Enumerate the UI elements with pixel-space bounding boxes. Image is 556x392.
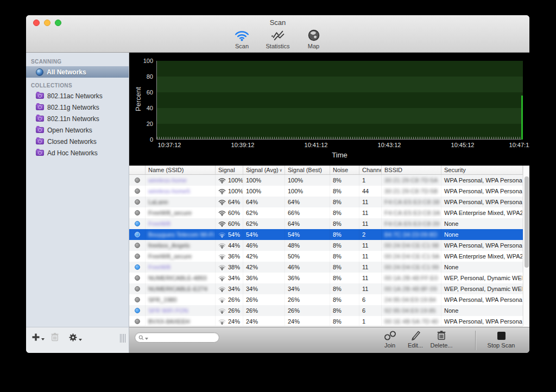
sidebar-item-open-networks[interactable]: Open Networks bbox=[26, 124, 129, 136]
network-row[interactable]: FreeWifi 38%42%46%8%1100:24:D4:CE:C1:99N… bbox=[129, 262, 523, 273]
splitter-grip[interactable] bbox=[120, 334, 125, 343]
cell-name: LaLann bbox=[146, 197, 216, 207]
toolbar-map-button[interactable]: Map bbox=[299, 28, 329, 49]
bssid-text-redacted: 30:21:29:C8:7D:5B bbox=[384, 188, 438, 194]
cell-security: None bbox=[441, 305, 523, 316]
network-row[interactable]: FreeWifi_secure 60%62%66%8%11F4:CA:E5:E3… bbox=[129, 207, 523, 218]
column-header-signal_avg[interactable]: Signal (Avg)∨ bbox=[243, 166, 285, 174]
remove-collection-button[interactable] bbox=[51, 333, 59, 342]
cell-signal-avg: 34% bbox=[243, 283, 285, 294]
network-row[interactable]: wireless-home 100%100%100%8%130:21:29:C8… bbox=[129, 175, 523, 186]
status-dot bbox=[135, 199, 140, 205]
cell-signal-best: 64% bbox=[285, 197, 330, 207]
sidebar-item-802-11ac-networks[interactable]: 802.11ac Networks bbox=[26, 90, 129, 102]
network-row[interactable]: SFR WiFi FON 26%26%26%8%692:95:04:E9:19:… bbox=[129, 305, 523, 316]
main-pane: Percent Time 10080604020010:37:1210:39:1… bbox=[129, 53, 529, 332]
cell-noise: 8% bbox=[330, 294, 359, 305]
cell-signal-avg: 54% bbox=[243, 229, 285, 240]
sidebar-item-802-11g-networks[interactable]: 802.11g Networks bbox=[26, 102, 129, 113]
add-collection-button[interactable] bbox=[31, 333, 45, 342]
cell-security: None bbox=[441, 262, 523, 273]
ssid-text-redacted: FreeWifi_secure bbox=[148, 210, 192, 216]
sidebar-item-all-networks[interactable]: All Networks bbox=[26, 66, 129, 78]
bssid-text-redacted: 00:1A:2B:48:8F:09 bbox=[384, 286, 437, 292]
network-row[interactable]: Bouygues Telecom Wi-Fi 54%54%54%8%284:7C… bbox=[129, 229, 523, 240]
cell-status bbox=[129, 273, 146, 283]
gear-caret-icon bbox=[79, 339, 82, 341]
cell-signal-best: 64% bbox=[285, 218, 330, 229]
cell-bssid: 92:95:04:E9:19:85 bbox=[382, 305, 441, 316]
column-header-channel[interactable]: Channel bbox=[359, 166, 382, 174]
cell-signal: 60% bbox=[216, 218, 243, 229]
column-header-noise[interactable]: Noise bbox=[330, 166, 359, 174]
cell-signal-best: 54% bbox=[285, 229, 330, 240]
network-row[interactable]: NUMERICABLE-E274 34%34%34%8%1100:1A:2B:4… bbox=[129, 283, 523, 294]
cell-name: NUMERICABLE-4893 bbox=[146, 273, 216, 283]
bottom-toolbar: Join Edit... bbox=[129, 327, 529, 353]
cell-security: WPA Personal, WPA Personal bbox=[441, 175, 523, 186]
cell-signal-avg: 42% bbox=[243, 251, 285, 262]
sidebar-item-label: Open Networks bbox=[47, 127, 92, 134]
sidebar-item-802-11n-networks[interactable]: 802.11n Networks bbox=[26, 113, 129, 124]
network-table-rows: wireless-home 100%100%100%8%130:21:29:C8… bbox=[129, 175, 523, 326]
bssid-text-redacted: 24:95:04:E9:19:84 bbox=[384, 296, 436, 303]
chart-series-spike bbox=[521, 96, 523, 140]
cell-name: wireless-home bbox=[146, 175, 216, 186]
cell-bssid: 84:7C:34:23:09:8D bbox=[382, 229, 441, 240]
network-row[interactable]: LaLann 64%64%64%8%11F4:CA:E5:E3:C8:38WPA… bbox=[129, 197, 523, 207]
toolbar-statistics-button[interactable]: Statistics bbox=[263, 28, 293, 49]
cell-channel: 11 bbox=[359, 207, 382, 218]
network-row[interactable]: wireless-home5 100%100%100%8%4430:21:29:… bbox=[129, 186, 523, 197]
sidebar-item-closed-networks[interactable]: Closed Networks bbox=[26, 136, 129, 147]
toolbar-scan-button[interactable]: Scan bbox=[227, 28, 257, 49]
sidebar-item-ad-hoc-networks[interactable]: Ad Hoc Networks bbox=[26, 147, 129, 159]
window-title: Scan bbox=[26, 18, 529, 27]
cell-channel: 11 bbox=[359, 262, 382, 273]
search-field[interactable] bbox=[135, 332, 219, 343]
bssid-text-redacted: 84:7C:34:23:09:8D bbox=[384, 231, 437, 238]
stop-scan-button[interactable]: Stop Scan bbox=[486, 330, 516, 349]
cell-signal-avg: 64% bbox=[243, 197, 285, 207]
vertical-scrollbar[interactable] bbox=[523, 166, 529, 326]
cell-signal-best: 100% bbox=[285, 175, 330, 186]
delete-button[interactable]: Delete... bbox=[426, 330, 457, 349]
network-row[interactable]: freebox_Angels 44%46%48%8%1100:24:D4:CE:… bbox=[129, 240, 523, 251]
chart-y-tick: 40 bbox=[132, 105, 153, 111]
cell-channel: 11 bbox=[359, 273, 382, 283]
cell-channel: 6 bbox=[359, 294, 382, 305]
search-input[interactable] bbox=[150, 334, 216, 341]
cell-channel: 11 bbox=[359, 197, 382, 207]
action-gear-button[interactable] bbox=[68, 333, 82, 342]
statistics-icon bbox=[271, 28, 285, 41]
network-row[interactable]: FreeWifi 60%62%64%8%11F4:CA:E5:E3:C8:39N… bbox=[129, 218, 523, 229]
status-dot bbox=[135, 308, 140, 313]
cell-status bbox=[129, 316, 146, 326]
network-row[interactable]: FreeWifi_secure 36%42%50%8%1100:24:D4:CE… bbox=[129, 251, 523, 262]
column-header-status[interactable] bbox=[129, 166, 146, 174]
network-row[interactable]: NUMERICABLE-4893 34%36%36%8%1100:1A:2B:4… bbox=[129, 273, 523, 283]
network-row[interactable]: SFR_1980 26%26%26%8%624:95:04:E9:19:84WP… bbox=[129, 294, 523, 305]
column-header-signal_best[interactable]: Signal (Best) bbox=[285, 166, 330, 174]
vertical-scrollbar-thumb[interactable] bbox=[525, 176, 529, 268]
toolbar-separator bbox=[475, 331, 476, 350]
cell-status bbox=[129, 262, 146, 273]
cell-security: WPA Personal, WPA Personal bbox=[441, 294, 523, 305]
cell-signal: 60% bbox=[216, 207, 243, 218]
column-header-name[interactable]: Name (SSID) bbox=[146, 166, 216, 174]
status-dot bbox=[135, 297, 140, 302]
cell-status bbox=[129, 294, 146, 305]
cell-status bbox=[129, 240, 146, 251]
column-header-security[interactable]: Security bbox=[441, 166, 523, 174]
sidebar-item-label: All Networks bbox=[47, 68, 86, 76]
cell-status bbox=[129, 186, 146, 197]
cell-noise: 8% bbox=[330, 283, 359, 294]
cell-name: BVXX-8AXEEH bbox=[146, 316, 216, 326]
cell-name: FreeWifi bbox=[146, 262, 216, 273]
cell-bssid: 00:1E:4B:5A:7D:40 bbox=[382, 316, 441, 326]
sidebar-item-label: 802.11ac Networks bbox=[47, 92, 103, 100]
column-header-signal[interactable]: Signal bbox=[216, 166, 243, 174]
cell-channel: 11 bbox=[359, 283, 382, 294]
column-header-bssid[interactable]: BSSID bbox=[382, 166, 441, 174]
cell-security: WPA Personal, WPA Personal bbox=[441, 197, 523, 207]
network-row[interactable]: BVXX-8AXEEH 24%24%24%8%100:1E:4B:5A:7D:4… bbox=[129, 316, 523, 326]
